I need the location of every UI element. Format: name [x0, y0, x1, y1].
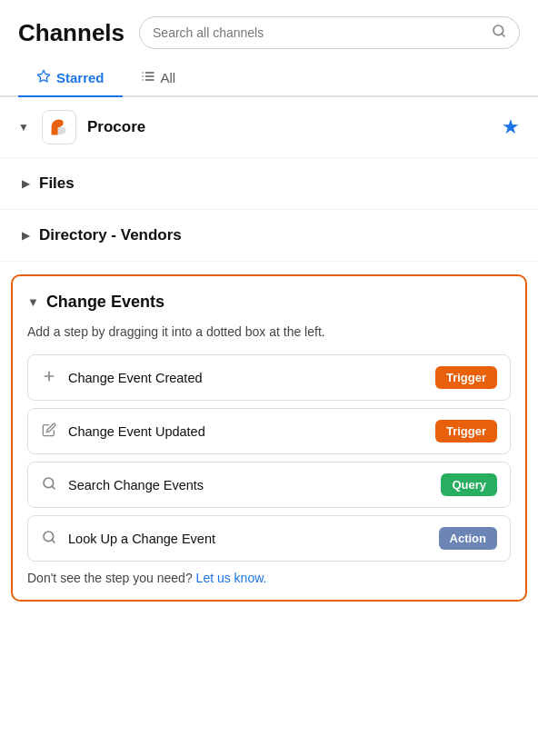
svg-line-1	[502, 34, 504, 36]
look-up-change-event-badge: Action	[439, 527, 497, 550]
page-header: Channels	[0, 0, 538, 60]
list-icon	[141, 69, 155, 86]
directory-vendors-section: ▶ Directory - Vendors	[0, 210, 538, 262]
search-change-events-icon	[41, 476, 57, 493]
files-section-header[interactable]: ▶ Files	[0, 158, 538, 209]
channel-procore[interactable]: ▼ Procore ★	[0, 97, 538, 158]
tab-all-label: All	[161, 70, 176, 85]
star-outline-icon	[36, 69, 51, 86]
svg-marker-2	[37, 70, 49, 82]
tab-starred-label: Starred	[56, 70, 105, 85]
search-change-events-badge: Query	[441, 473, 497, 496]
files-section: ▶ Files	[0, 158, 538, 210]
change-event-updated-label: Change Event Updated	[68, 424, 424, 439]
look-up-icon	[41, 530, 57, 547]
change-events-header[interactable]: ▼ Change Events	[27, 293, 511, 312]
page-title: Channels	[18, 19, 125, 47]
change-event-updated-badge: Trigger	[435, 420, 497, 443]
files-chevron-icon: ▶	[22, 177, 30, 190]
svg-line-13	[52, 486, 55, 489]
step-look-up-change-event[interactable]: Look Up a Change Event Action	[27, 515, 511, 562]
change-events-title: Change Events	[46, 293, 164, 312]
look-up-change-event-label: Look Up a Change Event	[68, 532, 428, 546]
pencil-icon	[41, 423, 57, 440]
plus-icon	[41, 369, 57, 386]
directory-vendors-section-header[interactable]: ▶ Directory - Vendors	[0, 210, 538, 261]
change-events-section: ▼ Change Events Add a step by dragging i…	[11, 274, 527, 602]
change-events-description: Add a step by dragging it into a dotted …	[27, 323, 511, 342]
starred-icon: ★	[502, 115, 520, 139]
search-bar[interactable]	[139, 16, 520, 49]
directory-vendors-section-title: Directory - Vendors	[39, 226, 182, 244]
change-events-footer: Don't see the step you need? Let us know…	[27, 571, 511, 585]
footer-link[interactable]: Let us know.	[196, 571, 267, 585]
directory-vendors-chevron-icon: ▶	[22, 229, 30, 242]
search-input[interactable]	[153, 25, 484, 40]
change-event-created-label: Change Event Created	[68, 371, 424, 385]
step-change-event-updated[interactable]: Change Event Updated Trigger	[27, 408, 511, 454]
tab-starred[interactable]: Starred	[18, 60, 123, 95]
footer-text: Don't see the step you need?	[27, 571, 193, 585]
tab-all[interactable]: All	[123, 60, 194, 95]
svg-line-15	[52, 540, 55, 542]
procore-logo	[42, 110, 76, 144]
step-change-event-created[interactable]: Change Event Created Trigger	[27, 354, 511, 401]
step-search-change-events[interactable]: Search Change Events Query	[27, 462, 511, 508]
procore-channel-name: Procore	[87, 118, 491, 136]
procore-chevron-icon: ▼	[18, 121, 31, 134]
change-event-created-badge: Trigger	[435, 366, 497, 389]
files-section-title: Files	[39, 174, 75, 193]
change-events-chevron-icon: ▼	[27, 295, 39, 309]
search-change-events-label: Search Change Events	[68, 478, 430, 492]
search-icon	[492, 24, 506, 42]
tab-bar: Starred All	[0, 60, 538, 97]
